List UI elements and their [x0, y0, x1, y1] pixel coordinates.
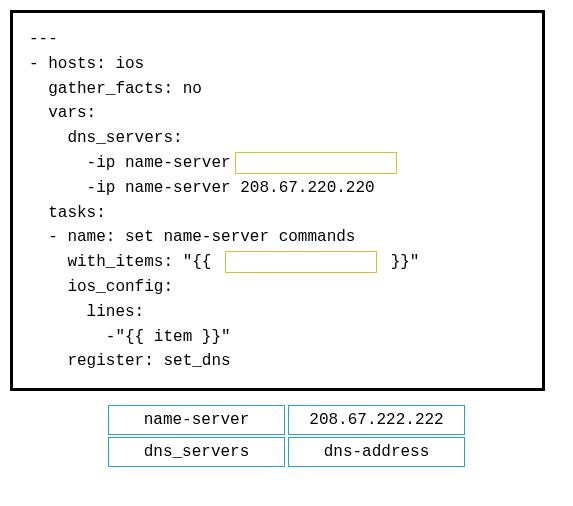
option-row: name-server 208.67.222.222	[108, 405, 465, 435]
code-text: with_items: "{{	[29, 253, 221, 271]
code-line: - hosts: ios	[29, 52, 526, 77]
code-block: ---- hosts: ios gather_facts: no vars: d…	[10, 10, 545, 391]
code-line: - name: set name-server commands	[29, 225, 526, 250]
option-name-server[interactable]: name-server	[108, 405, 285, 435]
code-line: vars:	[29, 101, 526, 126]
code-line: register: set_dns	[29, 349, 526, 374]
option-row: dns_servers dns-address	[108, 437, 465, 467]
option-dns-servers[interactable]: dns_servers	[108, 437, 285, 467]
code-text: -ip name-server	[29, 154, 231, 172]
code-line-with-blank: with_items: "{{ }}"	[29, 250, 526, 275]
code-line-with-blank: -ip name-server	[29, 151, 526, 176]
code-line: gather_facts: no	[29, 77, 526, 102]
code-line: lines:	[29, 300, 526, 325]
code-line: ios_config:	[29, 275, 526, 300]
blank-dropzone-1[interactable]	[235, 152, 397, 174]
code-line: -ip name-server 208.67.220.220	[29, 176, 526, 201]
code-line: -"{{ item }}"	[29, 325, 526, 350]
code-line: dns_servers:	[29, 126, 526, 151]
option-dns-address[interactable]: dns-address	[288, 437, 465, 467]
code-text: }}"	[381, 253, 419, 271]
code-line: tasks:	[29, 201, 526, 226]
blank-dropzone-2[interactable]	[225, 251, 377, 273]
answer-options: name-server 208.67.222.222 dns_servers d…	[10, 405, 563, 467]
code-line: ---	[29, 27, 526, 52]
option-ip-address[interactable]: 208.67.222.222	[288, 405, 465, 435]
